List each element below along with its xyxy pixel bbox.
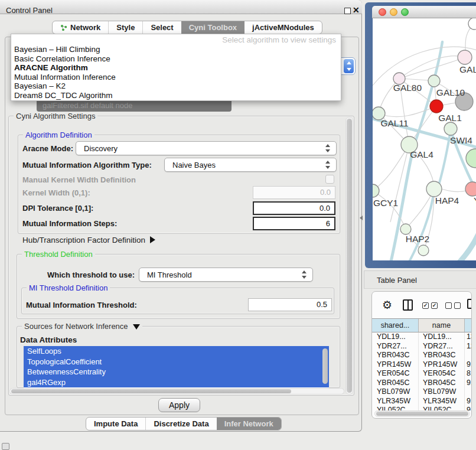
algorithm-list-item[interactable]: Basic Correlation Inference xyxy=(11,54,341,64)
table-row[interactable]: YLR345WYLR345W9. xyxy=(372,397,471,406)
node-label: Y xyxy=(474,195,476,206)
manual-kernel-label: Manual Kernel Width Definition xyxy=(22,175,136,184)
table-cell: YPR145W xyxy=(419,360,465,370)
close-traffic-light[interactable] xyxy=(379,8,386,16)
deselect-checkbox-icon[interactable] xyxy=(454,302,461,309)
table-hscroll-track[interactable] xyxy=(374,410,470,417)
mi-threshold-field[interactable]: 0.5 xyxy=(248,298,332,311)
tab-cyni-toolbox[interactable]: Cyni Toolbox xyxy=(181,21,244,34)
algorithm-list-item[interactable]: Bayesian – Hill Climbing xyxy=(11,45,341,54)
table-cell: YER054C xyxy=(419,369,465,379)
data-attribute-item[interactable]: SelfLoops xyxy=(24,346,329,357)
settings-group-title: Cyni Algorithm Settings xyxy=(14,112,97,120)
tab-infer-network[interactable]: Infer Network xyxy=(217,418,281,430)
panel-divider-handle[interactable] xyxy=(360,216,363,220)
network-node[interactable] xyxy=(468,18,476,30)
algorithm-list: Bayesian – Hill ClimbingBasic Correlatio… xyxy=(11,45,341,100)
settings-gear-icon[interactable]: ⚙ xyxy=(382,299,392,311)
data-attributes-label: Data Attributes xyxy=(20,335,77,344)
table-cell: YDL19... xyxy=(372,332,419,342)
sources-title[interactable]: Sources for Network Inference xyxy=(22,322,142,331)
attributes-scrollbar[interactable] xyxy=(322,348,328,384)
apply-button[interactable]: Apply xyxy=(158,398,200,412)
hub-definition-toggle[interactable]: Hub/Transcription Factor Definition xyxy=(22,236,155,244)
algorithm-list-item[interactable]: Dream8 DC_TDC Algorithm xyxy=(11,91,341,100)
node-label: HAP2 xyxy=(406,234,430,244)
table-cell: 13 xyxy=(465,332,471,342)
data-attribute-item[interactable]: BetweennessCentrality xyxy=(24,367,329,377)
tab-discretize-data[interactable]: Discretize Data xyxy=(145,418,216,430)
network-canvas[interactable]: GALGAL80GAL10GAL1GAL11SWI4GAL4GCY1HAP4YH… xyxy=(373,18,476,260)
column-layout-icon[interactable] xyxy=(403,299,413,311)
tab-jactivemnodules[interactable]: jActiveMNodules xyxy=(244,21,322,34)
combo-stepper-icon xyxy=(344,59,354,73)
network-node[interactable] xyxy=(418,245,429,256)
minimized-panel-icon[interactable] xyxy=(2,443,9,450)
tab-style[interactable]: Style xyxy=(108,21,142,34)
table-row[interactable]: YDR27...YDR27...12 xyxy=(372,342,471,351)
settings-vscroll-thumb[interactable] xyxy=(347,119,352,393)
select-all-checkbox-icon[interactable]: ✓ xyxy=(422,302,429,309)
column-header-shared-name[interactable]: shared... xyxy=(372,319,419,332)
zoom-traffic-light[interactable] xyxy=(401,8,409,16)
algorithm-list-item[interactable]: ARACNE Algorithm xyxy=(11,63,341,73)
data-attribute-item[interactable]: gal4RGexp xyxy=(24,377,329,388)
dpi-tolerance-label: DPI Tolerance [0,1]: xyxy=(22,204,93,213)
network-node[interactable] xyxy=(444,122,457,135)
network-node[interactable] xyxy=(466,149,476,168)
document-icon[interactable] xyxy=(467,299,472,309)
mi-steps-label: Mutual Information Steps: xyxy=(22,219,117,228)
tab-network[interactable]: Network xyxy=(53,21,108,34)
network-node[interactable] xyxy=(465,182,476,196)
column-header-clipped[interactable] xyxy=(465,319,471,332)
minimize-traffic-light[interactable] xyxy=(390,8,397,16)
table-row[interactable]: YBL079WYBL079W xyxy=(372,387,471,397)
mi-type-label: Mutual Information Algorithm Type: xyxy=(22,161,152,169)
network-node[interactable] xyxy=(426,181,442,197)
node-label: GAL4 xyxy=(410,149,433,159)
tab-impute-data[interactable]: Impute Data xyxy=(86,418,145,430)
mi-steps-field[interactable]: 6 xyxy=(253,217,335,230)
algorithm-combo-stepper[interactable] xyxy=(341,57,356,75)
node-label: GAL1 xyxy=(438,113,462,123)
network-node[interactable] xyxy=(400,224,411,234)
collapse-arrow-icon xyxy=(133,324,140,330)
float-window-icon[interactable] xyxy=(344,8,351,14)
mi-threshold-title: MI Threshold Definition xyxy=(27,283,110,292)
table-cell: YDR27... xyxy=(419,342,465,351)
column-header-name[interactable]: name xyxy=(419,319,465,332)
table-hscroll-thumb[interactable] xyxy=(376,412,468,416)
tab-select[interactable]: Select xyxy=(142,21,181,34)
deselect-checkbox-icon[interactable] xyxy=(445,302,452,309)
algorithm-list-item[interactable]: Bayesian – K2 xyxy=(11,81,341,91)
table-row[interactable]: YIL052CYIL052C9. xyxy=(372,406,471,410)
combo-arrows-icon xyxy=(325,161,331,169)
table-cell: 8. xyxy=(465,369,471,379)
network-node[interactable] xyxy=(458,50,472,64)
manual-kernel-checkbox[interactable] xyxy=(325,175,334,184)
settings-vscroll-track[interactable] xyxy=(345,117,353,394)
table-row[interactable]: YBR045CYBR045C9. xyxy=(372,379,471,388)
table-row[interactable]: YPR145WYPR145W9. xyxy=(372,360,471,370)
network-window-titlebar[interactable] xyxy=(372,6,476,18)
control-panel-titlebar[interactable] xyxy=(0,0,362,14)
aracne-mode-combo[interactable]: Discovery xyxy=(76,141,337,155)
table-row[interactable]: YER054CYER054C8. xyxy=(372,369,471,379)
which-threshold-combo[interactable]: MI Threshold xyxy=(139,268,313,282)
network-node[interactable] xyxy=(430,100,443,113)
select-all-checkbox-icon[interactable]: ✓ xyxy=(431,302,438,309)
table-row[interactable]: YBR043CYBR043C xyxy=(372,351,471,360)
mi-type-combo[interactable]: Naive Bayes xyxy=(164,158,337,172)
algorithm-list-item[interactable]: Mutual Information Inference xyxy=(11,73,341,82)
network-node[interactable] xyxy=(428,75,440,87)
kernel-width-field[interactable]: 0.0 xyxy=(253,186,335,199)
network-combo-remnant[interactable]: galFiltered.sif default node xyxy=(37,101,232,112)
network-icon xyxy=(60,24,67,31)
settings-hscroll-thumb[interactable] xyxy=(11,389,291,393)
data-attribute-item[interactable]: TopologicalCoefficient xyxy=(24,357,329,367)
table-row[interactable]: YDL19...YDL19...13 xyxy=(372,332,471,342)
close-icon[interactable]: ✕ xyxy=(353,5,360,15)
node-label: SWI4 xyxy=(450,135,472,145)
settings-hscroll-track[interactable] xyxy=(9,388,344,394)
dpi-tolerance-field[interactable]: 0.0 xyxy=(253,201,335,215)
